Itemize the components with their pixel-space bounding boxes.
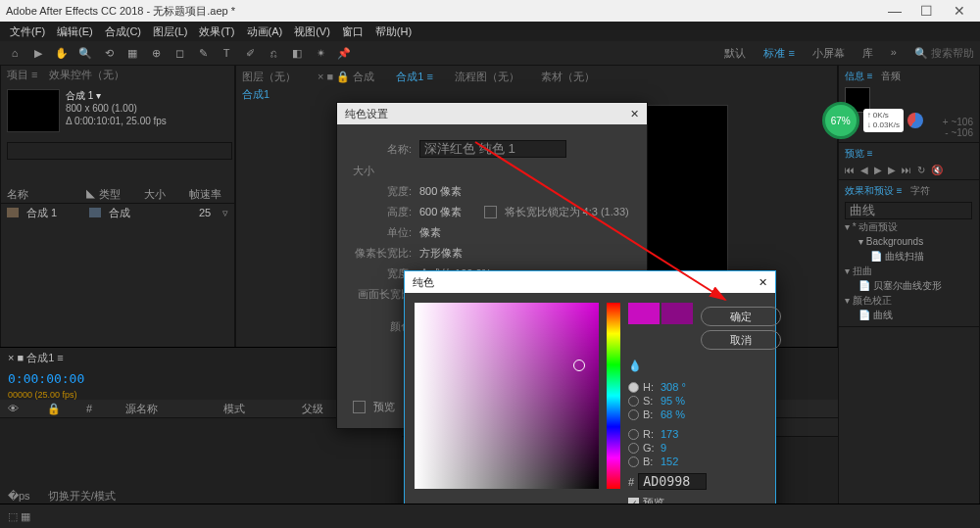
character-tab[interactable]: 字符 bbox=[910, 185, 930, 196]
hue-slider[interactable] bbox=[607, 303, 620, 489]
effects-search-input[interactable] bbox=[845, 202, 972, 219]
rotate-tool-icon[interactable]: ⟲ bbox=[100, 44, 118, 62]
cancel-button[interactable]: 取消 bbox=[701, 330, 781, 350]
menu-view[interactable]: 视图(V) bbox=[290, 24, 334, 39]
menu-window[interactable]: 窗口 bbox=[338, 24, 368, 39]
loop-icon[interactable]: ↻ bbox=[917, 165, 925, 175]
workspace-default[interactable]: 默认 bbox=[724, 46, 746, 61]
timeline-tab[interactable]: × ■ 合成1 ≡ bbox=[8, 351, 64, 365]
switches-modes-toggle[interactable]: 切换开关/模式 bbox=[48, 489, 116, 504]
sv-cursor[interactable] bbox=[573, 360, 585, 371]
h-value[interactable]: 308 ° bbox=[661, 381, 686, 393]
bl-value[interactable]: 152 bbox=[661, 456, 678, 467]
menu-edit[interactable]: 编辑(E) bbox=[53, 24, 97, 39]
r-value[interactable]: 173 bbox=[661, 428, 678, 440]
lock-column-icon[interactable]: 🔒 bbox=[47, 403, 67, 415]
camera-tool-icon[interactable]: ▦ bbox=[123, 44, 141, 62]
home-tool-icon[interactable]: ⌂ bbox=[6, 44, 24, 62]
composition-thumbnail[interactable] bbox=[7, 89, 60, 132]
next-frame-icon[interactable]: ▶ bbox=[888, 165, 896, 175]
menu-file[interactable]: 文件(F) bbox=[6, 24, 49, 39]
menu-help[interactable]: 帮助(H) bbox=[371, 24, 416, 39]
info-panel-tab[interactable]: 信息 ≡ bbox=[845, 71, 873, 81]
hex-input[interactable] bbox=[638, 473, 707, 490]
eyedropper-icon[interactable]: 💧 bbox=[628, 360, 642, 373]
col-type[interactable]: ◣ 类型 bbox=[85, 187, 134, 202]
col-mode[interactable]: 模式 bbox=[223, 402, 282, 416]
width-value[interactable]: 800 像素 bbox=[419, 184, 462, 199]
preview-checkbox[interactable] bbox=[353, 401, 366, 413]
project-tab[interactable]: 项目 ≡ bbox=[7, 68, 37, 82]
effect-controls-tab[interactable]: 效果控件（无） bbox=[49, 68, 124, 82]
workspace-small[interactable]: 小屏幕 bbox=[812, 46, 845, 61]
pen-tool-icon[interactable]: ✎ bbox=[194, 44, 212, 62]
b-radio[interactable] bbox=[628, 409, 639, 420]
tab-layer[interactable]: 图层（无） bbox=[242, 70, 296, 84]
g-value[interactable]: 9 bbox=[661, 442, 666, 454]
brush-tool-icon[interactable]: ✐ bbox=[241, 44, 259, 62]
workspace-more-icon[interactable]: » bbox=[891, 46, 897, 61]
units-value[interactable]: 像素 bbox=[419, 225, 441, 240]
play-icon[interactable]: ▶ bbox=[874, 165, 882, 175]
effects-presets-tab[interactable]: 效果和预设 ≡ bbox=[845, 185, 903, 196]
anchor-tool-icon[interactable]: ⊕ bbox=[147, 44, 165, 62]
eye-column-icon[interactable]: 👁 bbox=[8, 403, 27, 414]
menu-composition[interactable]: 合成(C) bbox=[101, 24, 145, 39]
puppet-tool-icon[interactable]: 📌 bbox=[335, 44, 353, 62]
col-parent[interactable]: 父级 bbox=[302, 402, 323, 416]
last-frame-icon[interactable]: ⏭ bbox=[902, 165, 911, 175]
tree-curves[interactable]: 📄 曲线 bbox=[845, 308, 973, 322]
tree-distort[interactable]: ▾ 扭曲 bbox=[845, 264, 973, 278]
close-button[interactable]: ✕ bbox=[945, 3, 974, 19]
roto-tool-icon[interactable]: ✴ bbox=[312, 44, 329, 62]
solid-dialog-close-icon[interactable]: ✕ bbox=[630, 108, 639, 120]
tree-scanlines[interactable]: 📄 曲线扫描 bbox=[845, 249, 973, 264]
col-name[interactable]: 名称 bbox=[7, 187, 75, 202]
bl-radio[interactable] bbox=[628, 456, 639, 467]
col-source-name[interactable]: 源名称 bbox=[125, 402, 204, 416]
par-value[interactable]: 方形像素 bbox=[419, 246, 463, 261]
h-radio[interactable] bbox=[628, 382, 639, 393]
tab-flowchart[interactable]: 流程图（无） bbox=[455, 70, 519, 84]
r-radio[interactable] bbox=[628, 429, 639, 440]
tree-bezier[interactable]: 📄 贝塞尔曲线变形 bbox=[845, 278, 973, 293]
hand-tool-icon[interactable]: ✋ bbox=[53, 44, 71, 62]
audio-panel-tab[interactable]: 音频 bbox=[881, 71, 901, 81]
height-value[interactable]: 600 像素 bbox=[419, 205, 462, 219]
preview-panel-tab[interactable]: 预览 ≡ bbox=[845, 148, 873, 159]
shape-tool-icon[interactable]: ◻ bbox=[171, 44, 188, 62]
solid-name-input[interactable] bbox=[419, 140, 566, 158]
project-item-row[interactable]: 合成 1 合成 25 ▿ bbox=[1, 204, 234, 221]
tree-animation-presets[interactable]: ▾ * 动画预设 bbox=[845, 219, 973, 234]
eraser-tool-icon[interactable]: ◧ bbox=[288, 44, 306, 62]
text-tool-icon[interactable]: T bbox=[218, 44, 235, 62]
s-value[interactable]: 95 % bbox=[661, 395, 685, 407]
workspace-standard[interactable]: 标准 ≡ bbox=[763, 46, 794, 61]
tree-color-correct[interactable]: ▾ 颜色校正 bbox=[845, 293, 973, 308]
stamp-tool-icon[interactable]: ⎌ bbox=[265, 44, 282, 62]
workspace-library[interactable]: 库 bbox=[862, 46, 873, 61]
b-value[interactable]: 68 % bbox=[661, 408, 685, 420]
g-radio[interactable] bbox=[628, 443, 639, 454]
zoom-tool-icon[interactable]: 🔍 bbox=[76, 44, 94, 62]
first-frame-icon[interactable]: ⏮ bbox=[845, 165, 855, 175]
s-radio[interactable] bbox=[628, 396, 639, 407]
toggle-switches-icon[interactable]: �ps bbox=[8, 490, 30, 503]
tab-comp-active[interactable]: 合成1 ≡ bbox=[396, 70, 433, 84]
project-search-input[interactable] bbox=[7, 142, 232, 160]
lock-aspect-checkbox[interactable] bbox=[484, 206, 497, 218]
status-icon[interactable]: ⬚ ▦ bbox=[8, 510, 30, 523]
maximize-button[interactable]: ☐ bbox=[912, 3, 942, 19]
search-icon[interactable]: 🔍 搜索帮助 bbox=[914, 46, 974, 61]
minimize-button[interactable]: — bbox=[880, 3, 909, 19]
saturation-value-field[interactable] bbox=[415, 303, 599, 489]
ok-button[interactable]: 确定 bbox=[701, 307, 781, 326]
color-dialog-close-icon[interactable]: ✕ bbox=[759, 276, 767, 289]
tree-backgrounds[interactable]: ▾ Backgrounds bbox=[845, 234, 973, 249]
mute-icon[interactable]: 🔇 bbox=[931, 165, 943, 175]
col-fps[interactable]: 帧速率 bbox=[189, 187, 221, 202]
menu-layer[interactable]: 图层(L) bbox=[149, 24, 191, 39]
prev-frame-icon[interactable]: ◀ bbox=[860, 165, 868, 175]
selection-tool-icon[interactable]: ▶ bbox=[29, 44, 47, 62]
menu-animation[interactable]: 动画(A) bbox=[243, 24, 287, 39]
